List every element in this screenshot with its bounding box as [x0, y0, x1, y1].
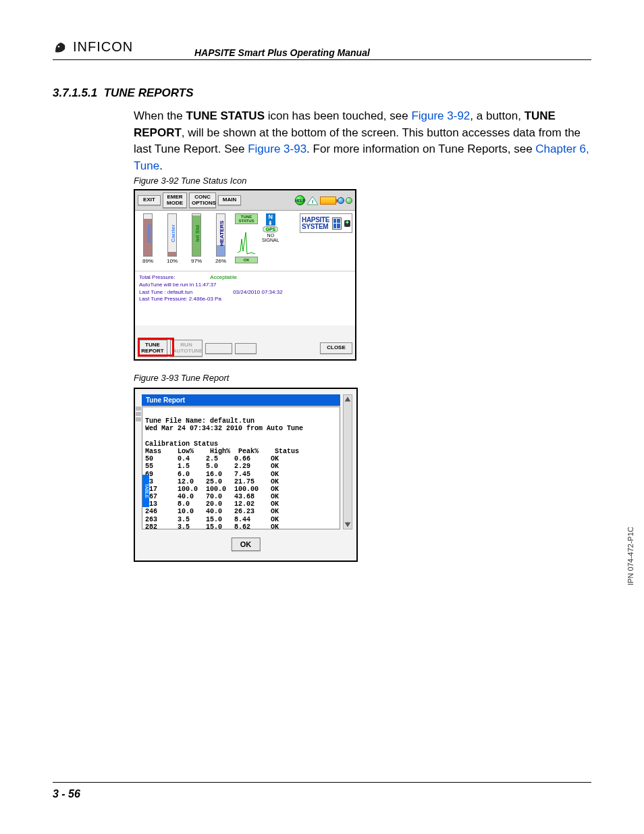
table-row: 55 1.5 5.0 2.29 OK	[145, 463, 279, 470]
ok-status: OK	[235, 257, 258, 263]
figure-93: Tune Report TABLE Tune File Name: defaul…	[134, 388, 358, 562]
fig92-gauges: Battery 89% Carrier 10% Int Std 97% HEAT…	[135, 211, 355, 271]
fig92-info-panel: Total Pressure:Acceptable AutoTune will …	[135, 271, 355, 325]
spectrum-icon	[236, 226, 257, 255]
no-signal-label: NO SIGNAL	[262, 233, 279, 242]
tune-status-indicator[interactable]: TUNE STATUS OK	[235, 213, 258, 268]
hapsite-system-badge: HAPSITE SYSTEM ✦	[300, 213, 352, 233]
scroll-down-icon[interactable]	[344, 521, 352, 529]
svg-text:i: i	[312, 199, 313, 205]
scrollbar[interactable]	[343, 394, 352, 529]
table-row: 117 100.0 100.0 100.00 OK	[145, 486, 279, 493]
help-icon[interactable]: HELP	[295, 195, 305, 205]
body-paragraph: When the TUNE STATUS icon has been touch…	[134, 108, 599, 175]
table-row: 282 3.5 15.0 8.62 OK	[145, 523, 279, 529]
gauge-intstd: Int Std 97%	[186, 213, 207, 268]
fig92-bottom-bar: TUNE REPORT RUN AUTOTUNE CLOSE	[138, 340, 352, 357]
table-row: 167 40.0 70.0 43.68 OK	[145, 493, 279, 500]
exit-button[interactable]: EXIT	[138, 195, 161, 205]
tune-report-titlebar: Tune Report	[142, 394, 340, 406]
battery-icon	[320, 197, 336, 205]
fig92-toolbar: EXIT EMER MODE CONC OPTIONS MAIN HELP i	[135, 190, 355, 211]
conc-options-button[interactable]: CONC OPTIONS	[189, 192, 216, 208]
sidebar-slots	[136, 407, 141, 421]
tune-report-content: TABLE Tune File Name: default.tun Wed Ma…	[142, 407, 340, 529]
ipn-sidetext: IPN 074-472-P1C	[626, 527, 635, 585]
page-number: 3 - 56	[53, 788, 80, 800]
emer-mode-button[interactable]: EMER MODE	[163, 192, 187, 208]
section-heading: 3.7.1.5.1 TUNE REPORTS	[53, 86, 194, 100]
section-title: TUNE REPORTS	[104, 86, 194, 99]
gauge-carrier: Carrier 10%	[162, 213, 182, 268]
compass-icon: N⬇	[266, 213, 275, 226]
table-row: 213 8.0 20.0 12.02 OK	[145, 500, 279, 508]
table-row: 93 12.0 25.0 21.75 OK	[145, 478, 279, 486]
gps-badge: GPS	[263, 226, 278, 232]
table-row: 263 3.5 15.0 8.44 OK	[145, 516, 279, 523]
bold-tune-status: TUNE STATUS	[186, 109, 265, 122]
section-number: 3.7.1.5.1	[53, 86, 97, 99]
tune-report-button[interactable]: TUNE REPORT	[138, 340, 167, 357]
ok-button[interactable]: OK	[232, 538, 261, 551]
info-icon[interactable]: i	[306, 196, 319, 205]
link-figure-3-92[interactable]: Figure 3-92	[411, 109, 470, 122]
link-figure-3-93[interactable]: Figure 3-93	[248, 142, 306, 155]
close-button[interactable]: CLOSE	[320, 342, 352, 353]
table-tab[interactable]: TABLE	[142, 475, 149, 507]
gauge-battery: Battery 89%	[138, 213, 158, 268]
figure-92-caption: Figure 3-92 Tune Status Icon	[134, 176, 246, 186]
status-dot-blue	[338, 197, 344, 204]
figure-93-caption: Figure 3-93 Tune Report	[134, 373, 229, 383]
gauge-heaters: HEATERS 26%	[211, 213, 231, 268]
tune-report-text: Tune File Name: default.tun Wed Mar 24 0…	[145, 410, 337, 529]
gear-mini-icon: ✦	[344, 220, 350, 227]
run-autotune-button[interactable]: RUN AUTOTUNE	[170, 340, 203, 357]
svg-marker-4	[345, 523, 351, 527]
figure-92: EXIT EMER MODE CONC OPTIONS MAIN HELP i …	[134, 189, 356, 361]
module-icon	[332, 217, 341, 230]
scroll-up-icon[interactable]	[344, 395, 352, 403]
status-dot-green	[346, 197, 352, 204]
table-row: 246 10.0 40.0 26.23 OK	[145, 508, 279, 515]
svg-marker-3	[345, 397, 351, 402]
main-button[interactable]: MAIN	[218, 195, 241, 205]
footer-rule	[53, 782, 591, 783]
table-row: 69 6.0 16.0 7.45 OK	[145, 471, 279, 478]
table-row: 50 0.4 2.5 0.66 OK	[145, 455, 279, 463]
gps-panel: N⬇ GPS NO SIGNAL	[262, 213, 279, 268]
